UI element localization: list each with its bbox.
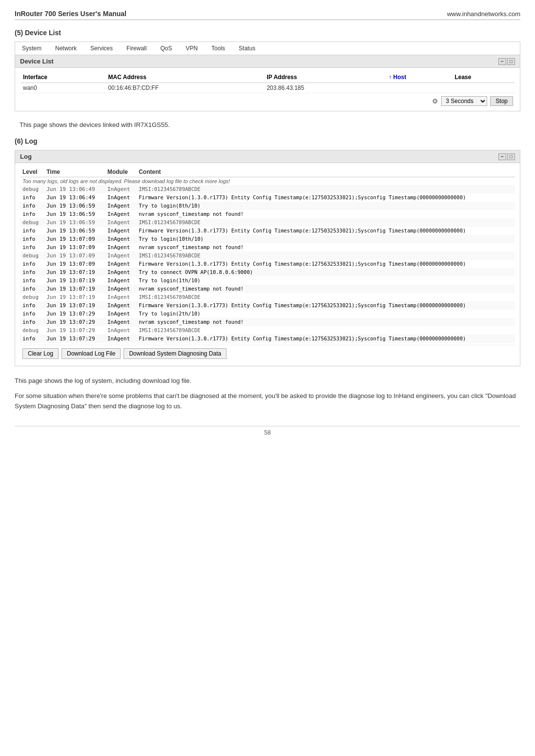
page-footer: 58 [15, 426, 520, 436]
log-title-bar: Log − □ [15, 150, 520, 163]
log-buttons-bar: Clear Log Download Log File Download Sys… [20, 345, 515, 362]
page-header: InRouter 700 Series User's Manual www.in… [15, 10, 520, 20]
nav-tools[interactable]: Tools [209, 44, 227, 53]
device-list-panel-title: Device List [20, 58, 54, 65]
col-mac: MAC Address [105, 72, 264, 83]
page-number: 58 [264, 429, 270, 436]
log-table-row: debugJun 19 13:06:59InAgentIMSI:01234567… [20, 218, 515, 227]
website-url: www.inhandnetworks.com [447, 10, 520, 18]
log-table-row: debugJun 19 13:06:49InAgentIMSI:01234567… [20, 185, 515, 193]
section6-desc1: This page shows the log of system, inclu… [15, 376, 520, 386]
log-table-row: infoJun 19 13:07:19InAgentFirmware Versi… [20, 301, 515, 310]
download-log-button[interactable]: Download Log File [62, 348, 121, 359]
col-interface: Interface [20, 72, 105, 83]
table-row: wan000:16:46:B7:CD:FF203.86.43.185 [20, 83, 515, 93]
log-table-row: infoJun 19 13:07:29InAgentnvram sysconf_… [20, 318, 515, 326]
log-table-row: infoJun 19 13:07:19InAgentTry to login(1… [20, 276, 515, 285]
nav-bar: System Network Services Firewall QoS VPN… [15, 42, 520, 55]
nav-system[interactable]: System [20, 44, 43, 53]
device-table: Interface MAC Address IP Address ↑ Host … [20, 72, 515, 93]
log-table-row: infoJun 19 13:06:59InAgentFirmware Versi… [20, 227, 515, 235]
col-ip: IP Address [264, 72, 386, 83]
col-lease: Lease [452, 72, 515, 83]
log-table-row: infoJun 19 13:07:19InAgentTry to connect… [20, 268, 515, 276]
clear-log-button[interactable]: Clear Log [22, 348, 59, 359]
section6-title: (6) Log [15, 137, 520, 145]
device-list-body: Interface MAC Address IP Address ↑ Host … [15, 68, 520, 111]
minimize-button[interactable]: − [498, 58, 506, 65]
refresh-bar: ⚙ 3 Seconds5 Seconds10 Seconds30 Seconds… [20, 93, 515, 107]
log-minimize-button[interactable]: − [498, 153, 506, 160]
log-table-row: debugJun 19 13:07:19InAgentIMSI:01234567… [20, 293, 515, 301]
log-table-row: infoJun 19 13:07:09InAgentTry to login(1… [20, 235, 515, 243]
nav-status[interactable]: Status [237, 44, 257, 53]
log-col-content: Content [136, 167, 515, 177]
nav-services[interactable]: Services [88, 44, 115, 53]
nav-qos[interactable]: QoS [158, 44, 174, 53]
manual-title: InRouter 700 Series User's Manual [15, 10, 126, 18]
log-table: Level Time Module Content Too many logs,… [20, 167, 515, 343]
section5-title: (5) Device List [15, 29, 520, 37]
log-col-module: Module [105, 167, 136, 177]
log-table-row: infoJun 19 13:06:59InAgentnvram sysconf_… [20, 210, 515, 218]
log-table-row: infoJun 19 13:07:09InAgentnvram sysconf_… [20, 243, 515, 252]
log-table-row: infoJun 19 13:07:29InAgentTry to login(2… [20, 310, 515, 318]
device-list-panel: Device List − □ Interface MAC Address IP… [15, 55, 520, 111]
log-col-time: Time [44, 167, 105, 177]
download-diagnosing-button[interactable]: Download System Diagnosing Data [123, 348, 226, 359]
log-table-row: infoJun 19 13:06:49InAgentFirmware Versi… [20, 193, 515, 202]
log-warning-row: Too many logs, old logs are not displaye… [20, 177, 515, 186]
log-panel: Log − □ Level Time Module Content Too ma… [15, 150, 520, 366]
col-host: ↑ Host [386, 72, 452, 83]
refresh-icon: ⚙ [432, 97, 438, 105]
log-panel-controls: − □ [498, 153, 515, 160]
log-panel-title: Log [20, 153, 32, 160]
log-restore-button[interactable]: □ [507, 153, 515, 160]
device-list-title-bar: Device List − □ [15, 55, 520, 68]
log-col-level: Level [20, 167, 44, 177]
log-table-row: infoJun 19 13:07:29InAgentFirmware Versi… [20, 335, 515, 343]
log-body: Level Time Module Content Too many logs,… [15, 163, 520, 366]
section6-desc2: For some situation when there're some pr… [15, 391, 520, 412]
stop-button[interactable]: Stop [490, 96, 513, 106]
restore-button[interactable]: □ [507, 58, 515, 65]
log-table-row: debugJun 19 13:07:29InAgentIMSI:01234567… [20, 326, 515, 335]
refresh-interval-select[interactable]: 3 Seconds5 Seconds10 Seconds30 Seconds [441, 96, 487, 106]
section5-description: This page shows the devices linked with … [20, 121, 520, 128]
nav-network[interactable]: Network [53, 44, 79, 53]
log-table-row: infoJun 19 13:06:59InAgentTry to login(8… [20, 202, 515, 210]
panel-controls: − □ [498, 58, 515, 65]
nav-vpn[interactable]: VPN [184, 44, 200, 53]
log-table-row: infoJun 19 13:07:09InAgentFirmware Versi… [20, 260, 515, 268]
log-table-row: debugJun 19 13:07:09InAgentIMSI:01234567… [20, 252, 515, 260]
nav-firewall[interactable]: Firewall [124, 44, 148, 53]
log-table-row: infoJun 19 13:07:19InAgentnvram sysconf_… [20, 285, 515, 293]
